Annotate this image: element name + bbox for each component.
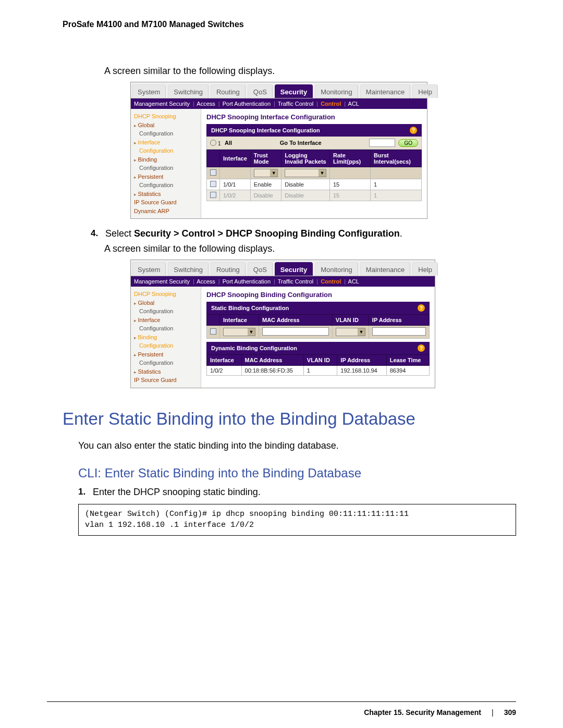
interface-select[interactable]: ▼ — [223, 328, 255, 336]
table-row: 1/0/2 Disable Disable 15 1 — [207, 190, 422, 201]
sidebar-interface[interactable]: Interface — [134, 138, 199, 147]
go-button[interactable]: GO — [398, 139, 418, 147]
step-text: Enter the DHCP snooping static binding. — [93, 487, 261, 498]
section-title: Enter Static Binding into the Binding Da… — [63, 409, 516, 429]
subsection-title: CLI: Enter Static Binding into the Bindi… — [78, 466, 516, 480]
tab-help[interactable]: Help — [412, 262, 438, 276]
subtab-traffic[interactable]: Traffic Control — [278, 278, 313, 285]
sidebar-statistics[interactable]: Statistics — [134, 367, 199, 376]
sidebar-persistent-config[interactable]: Configuration — [139, 359, 199, 367]
sidebar-interface-config[interactable]: Configuration — [139, 146, 199, 155]
th-trust: Trust Mode — [250, 150, 281, 167]
help-icon[interactable]: ? — [418, 344, 425, 352]
filter-row: All Go To Interface GO — [206, 137, 422, 150]
footer-sep: | — [492, 708, 494, 717]
tab-help[interactable]: Help — [412, 84, 438, 98]
go-to-input[interactable] — [369, 139, 395, 147]
step-number: 1. — [78, 487, 89, 498]
select-all-checkbox[interactable] — [210, 169, 216, 176]
sidebar-persistent[interactable]: Persistent — [134, 350, 199, 359]
sidebar: DHCP Snooping Global Configuration Inter… — [131, 109, 201, 218]
sidebar-global-config[interactable]: Configuration — [139, 307, 199, 316]
ip-input[interactable] — [372, 327, 426, 336]
sidebar-persistent-config[interactable]: Configuration — [139, 181, 199, 190]
cell-mac: 00:18:8B:56:FD:35 — [241, 366, 303, 376]
sidebar-binding[interactable]: Binding — [134, 333, 199, 342]
trust-select[interactable]: ▼ — [254, 169, 278, 177]
tab-switching[interactable]: Switching — [168, 84, 209, 98]
subtab-traffic[interactable]: Traffic Control — [278, 101, 313, 107]
tab-system[interactable]: System — [132, 262, 166, 276]
subtab-bar: Management Security| Access| Port Authen… — [131, 276, 435, 287]
subtab-control[interactable]: Control — [321, 278, 341, 285]
subtab-mgmt-security[interactable]: Management Security — [134, 101, 190, 107]
th-vlan: VLAN ID — [332, 315, 369, 326]
logging-select[interactable]: ▼ — [285, 169, 326, 177]
cell-log: Disable — [282, 179, 330, 190]
mac-input[interactable] — [262, 327, 329, 336]
sidebar-global-config[interactable]: Configuration — [139, 129, 199, 138]
subtab-port-auth[interactable]: Port Authentication — [223, 101, 271, 107]
help-icon[interactable]: ? — [418, 304, 425, 312]
tab-qos[interactable]: QoS — [248, 84, 273, 98]
sidebar-dhcp-snooping[interactable]: DHCP Snooping — [134, 290, 199, 299]
tab-system[interactable]: System — [132, 84, 166, 98]
subtab-bar: Management Security| Access| Port Authen… — [131, 98, 427, 109]
sidebar-binding[interactable]: Binding — [134, 155, 199, 164]
subtab-access[interactable]: Access — [197, 278, 215, 285]
tab-routing[interactable]: Routing — [211, 262, 246, 276]
sidebar-interface[interactable]: Interface — [134, 316, 199, 325]
row-checkbox[interactable] — [210, 192, 216, 198]
subtab-port-auth[interactable]: Port Authentication — [223, 278, 271, 285]
sidebar-global[interactable]: Global — [134, 121, 199, 130]
sidebar-binding-config[interactable]: Configuration — [139, 341, 199, 350]
help-icon[interactable]: ? — [410, 127, 417, 134]
cell-burst: 1 — [371, 179, 422, 190]
subtab-acl[interactable]: ACL — [348, 278, 359, 285]
tab-monitoring[interactable]: Monitoring — [315, 262, 358, 276]
sidebar-dynamic-arp[interactable]: Dynamic ARP — [134, 207, 199, 216]
subtab-mgmt-security[interactable]: Management Security — [134, 278, 190, 285]
table-row: 1/0/2 00:18:8B:56:FD:35 1 192.168.10.94 … — [207, 366, 430, 376]
sidebar-interface-config[interactable]: Configuration — [139, 324, 199, 333]
tab-qos[interactable]: QoS — [248, 262, 273, 276]
sidebar-persistent[interactable]: Persistent — [134, 172, 199, 181]
sidebar-binding-config[interactable]: Configuration — [139, 164, 199, 172]
subtab-control[interactable]: Control — [321, 101, 341, 107]
dynamic-table: Interface MAC Address VLAN ID IP Address… — [206, 354, 430, 376]
doc-header: ProSafe M4100 and M7100 Managed Switches — [63, 20, 516, 29]
sidebar-dhcp-snooping[interactable]: DHCP Snooping — [134, 112, 199, 121]
sidebar-global[interactable]: Global — [134, 299, 199, 307]
subtab-acl[interactable]: ACL — [348, 101, 359, 107]
tab-security[interactable]: Security — [275, 84, 313, 98]
tab-maintenance[interactable]: Maintenance — [360, 84, 410, 98]
sidebar-ip-source-guard[interactable]: IP Source Guard — [134, 376, 199, 385]
dynamic-box-header: Dynamic Binding Configuration ? — [206, 342, 430, 354]
footer-page: 309 — [504, 708, 516, 717]
section-body: You can also enter the static binding in… — [78, 440, 516, 451]
table-row: 1/0/1 Enable Disable 15 1 — [207, 179, 422, 190]
tab-monitoring[interactable]: Monitoring — [315, 84, 358, 98]
interface-table: Interface Trust Mode Logging Invalid Pac… — [206, 150, 422, 201]
cli-code-block: (Netgear Switch) (Config)# ip dhcp snoop… — [78, 504, 516, 536]
vlan-select[interactable]: ▼ — [336, 328, 365, 336]
footer-rule — [47, 701, 516, 702]
tab-maintenance[interactable]: Maintenance — [360, 262, 410, 276]
tab-security[interactable]: Security — [275, 262, 313, 276]
filter-inputs-row: ▼ ▼ — [207, 167, 422, 179]
sidebar-ip-source-guard[interactable]: IP Source Guard — [134, 198, 199, 207]
row-checkbox[interactable] — [210, 181, 216, 187]
go-to-label: Go To Interface — [235, 140, 366, 146]
tab-routing[interactable]: Routing — [211, 84, 246, 98]
cell-burst: 1 — [371, 190, 422, 201]
tab-switching[interactable]: Switching — [168, 262, 209, 276]
sidebar-statistics[interactable]: Statistics — [134, 190, 199, 199]
subtab-access[interactable]: Access — [197, 101, 215, 107]
th-mac: MAC Address — [241, 355, 303, 366]
box-title: DHCP Snooping Interface Configuration — [211, 127, 320, 133]
cell-log: Disable — [282, 190, 330, 201]
cell-iface: 1/0/1 — [220, 179, 251, 190]
panel-title: DHCP Snooping Interface Configuration — [206, 113, 422, 121]
row-checkbox[interactable] — [210, 328, 216, 335]
radio-all[interactable] — [210, 140, 216, 146]
